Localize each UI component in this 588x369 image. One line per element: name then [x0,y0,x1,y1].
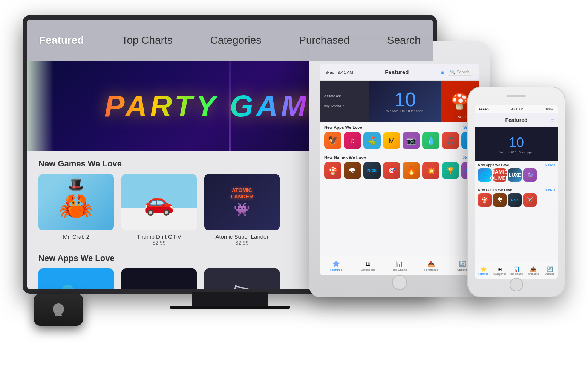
ipad-new-games-title: New Games We Love [324,155,366,160]
ipad-tab-top-charts[interactable]: 📊 Top Charts [384,260,415,271]
iphone-tab-charts[interactable]: 📊 Top Charts [508,266,525,275]
iphone-tab-featured[interactable]: ⭐ Featured [475,266,492,275]
ipad-model: iPad [326,70,334,75]
game-card-atomic[interactable]: ATOMICLANDER 👾 Atomic Super Lander $2.99 [204,174,280,246]
iphone-tab-updates[interactable]: 🔄 Updates [541,266,558,275]
ipad-app-hipstatic[interactable]: 📷 [403,132,420,149]
iphone-container: ●●●●○ 9:41 AM 100% Featured ≡ 10 We love… [467,87,565,305]
iphone-home-button[interactable] [510,278,523,291]
ipad-app-golf[interactable]: ⛳ [363,132,381,149]
tv-stand [192,292,268,309]
game-thumb-crab: 🎩 🦀 [38,174,114,230]
ipad-tab-purchased-icon: 📥 [427,260,435,267]
iphone-app-4[interactable]: 🔮 [523,168,537,182]
ipad-tab-charts-label: Top Charts [392,268,407,271]
ipad-container: iPad 9:41 AM Featured ⊞ 🔍 Search e Store… [309,41,490,297]
ipad-tab-featured[interactable]: ⭐ Featured [320,260,352,271]
iphone-new-apps-see-all[interactable]: See All [545,163,555,167]
iphone-game-oz[interactable]: 🌪 [493,193,507,207]
ipad-home-button[interactable] [392,275,407,290]
iphone-nav-title: Featured [505,117,527,123]
svg-text:tv: tv [55,309,58,313]
ipad-game-animation[interactable]: 🎯 [383,162,400,179]
ipad-tab-categories[interactable]: ⊞ Categories [352,260,384,271]
ipad-app-drops[interactable]: 💧 [422,132,439,149]
ipad-tab-purchased[interactable]: 📥 Purchased [415,260,447,271]
ipad-app-weddj[interactable]: ♫ [344,132,361,149]
tv-nav-categories[interactable]: Categories [203,30,269,50]
iphone-new-apps-title: New Apps We Love [478,163,509,167]
tv-nav-top-charts[interactable]: Top Charts [114,30,180,50]
ipad-bezel: iPad 9:41 AM Featured ⊞ 🔍 Search e Store… [309,41,490,297]
ipad-tab-updates-icon: 🔄 [459,260,467,267]
app-card-people[interactable]: PeopleEntertainment NETWORK [121,268,197,289]
ipad-hero: e Store appbuy iPhone 7. 10 We love iOS … [320,81,479,122]
iphone-battery: 100% [545,107,554,111]
ipad-tab-purchased-label: Purchased [424,268,438,271]
iphone-tab-categories[interactable]: ⊞ Categories [492,266,508,275]
ipad-status-left: iPad 9:41 AM [326,70,353,75]
iphone-ios-subtitle: We love iOS 10 for apps. [500,151,533,154]
iphone-game-4[interactable]: ⚔️ [523,193,537,207]
iphone-tab-charts-label: Top Charts [510,273,523,275]
ipad-games-icons-row: 🍄 🌪 NCIS 🎯 🔥 💥 [324,162,475,179]
iphone-tab-categories-label: Categories [493,273,506,275]
iphone-carrier: ●●●●○ [479,107,489,111]
iphone-hero: 10 We love iOS 10 for apps. [475,127,558,161]
iphone-bezel: ●●●●○ 9:41 AM 100% Featured ≡ 10 We love… [467,87,565,297]
iphone-tab-charts-icon: 📊 [513,266,520,272]
tv-nav-purchased[interactable]: Purchased [291,30,357,50]
iphone-app-3[interactable]: LUXE [508,168,522,182]
iphone-new-games-header: New Games We Love See All [478,188,555,192]
ipad-new-apps-title: New Apps We Love [324,125,362,130]
iphone-tab-updates-label: Updates [545,273,554,275]
ipad-hero-store-text: e Store appbuy iPhone 7. [324,94,366,109]
iphone-speaker [507,95,526,97]
iphone-app-2[interactable]: JAMIEOLIVER [493,168,507,182]
iphone-app-1[interactable]: 🌐 [478,168,492,182]
square-symbol [230,285,253,289]
iphone-new-games-section: New Games We Love See All 🍄 🌪 NCIS ⚔️ [475,186,558,209]
ipad-game-mario[interactable]: 🍄 [324,162,341,179]
ipad-tab-featured-icon: ⭐ [332,260,340,267]
ipad-new-games-section: New Games We Love See All 🍄 🌪 NCIS 🎯 [320,152,479,182]
game-thumb-drift: 🚗 [121,174,197,230]
ipad-tab-bar: ⭐ Featured ⊞ Categories 📊 Top Charts 📥 P… [320,256,479,275]
ipad-app-swift[interactable]: 🦅 [324,132,341,149]
iphone-game-ncis[interactable]: NCIS [508,193,522,207]
iphone-nav: Featured ≡ [475,113,558,127]
iphone-status-bar: ●●●●○ 9:41 AM 100% [475,105,558,113]
iphone-nav-icon: ≡ [551,117,554,123]
ipad-nav: iPad 9:41 AM Featured ⊞ 🔍 Search [320,64,479,81]
iphone-new-games-title: New Games We Love [478,188,512,192]
game-thumb-atomic: ATOMICLANDER 👾 [204,174,280,230]
iphone-new-games-see-all[interactable]: See All [545,188,555,192]
app-card-twitter[interactable]: 🐦 [38,268,114,289]
game-price-drift: $2.99 [121,240,197,246]
tv-nav-featured[interactable]: Featured [32,30,91,50]
game-card-drift[interactable]: 🚗 Thumb Drift GT-V $2.99 [121,174,197,246]
iphone-games-icons-row: 🍄 🌪 NCIS ⚔️ [478,193,555,207]
iphone-ios-number: 10 [509,135,524,151]
ipad-game-oz[interactable]: 🌪 [344,162,361,179]
game-title-crab: Mr. Crab 2 [38,233,114,240]
tv-nav-search[interactable]: Search [380,30,428,50]
ipad-ios-subtitle: We love iOS 10 for apps. [386,109,424,113]
ipad-game-paul[interactable]: 🏆 [442,162,459,179]
iphone-game-mario[interactable]: 🍄 [478,193,492,207]
ipad-new-games-header: New Games We Love See All [324,155,475,160]
ipad-new-apps-header: New Apps We Love See All [324,125,475,130]
game-card-crab[interactable]: 🎩 🦀 Mr. Crab 2 [38,174,114,246]
iphone-tab-categories-icon: ⊞ [498,266,502,272]
tv-hero-left-preview [27,61,54,151]
ipad-app-mob[interactable]: M [383,132,400,149]
ipad-game-ember[interactable]: 🔥 [403,162,420,179]
iphone-tab-purchased[interactable]: 📥 Purchased [525,266,541,275]
ipad-game-ncis[interactable]: NCIS [363,162,381,179]
ipad-app-melody[interactable]: 🎵 [442,132,459,149]
app-card-square[interactable] [204,268,280,289]
ipad-screen: iPad 9:41 AM Featured ⊞ 🔍 Search e Store… [320,64,479,275]
ipad-game-fired[interactable]: 💥 [422,162,439,179]
game-price-atomic: $2.99 [204,240,280,246]
iphone-tab-bar: ⭐ Featured ⊞ Categories 📊 Top Charts 📥 P… [475,262,558,279]
